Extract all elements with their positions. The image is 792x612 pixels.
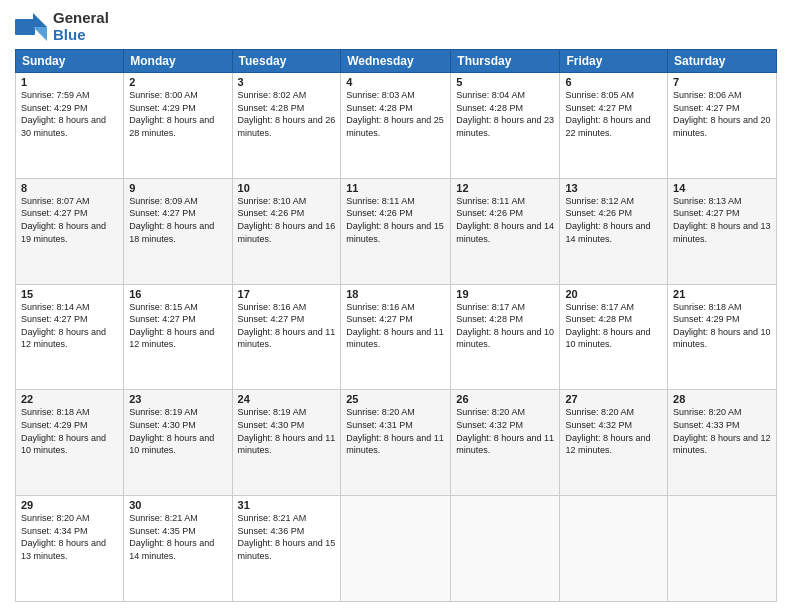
day-info: Sunrise: 8:04 AMSunset: 4:28 PMDaylight:…: [456, 89, 554, 139]
day-number: 31: [238, 499, 336, 511]
day-info: Sunrise: 8:20 AMSunset: 4:34 PMDaylight:…: [21, 512, 118, 562]
day-number: 4: [346, 76, 445, 88]
calendar-cell: 20Sunrise: 8:17 AMSunset: 4:28 PMDayligh…: [560, 284, 668, 390]
calendar-cell: 8Sunrise: 8:07 AMSunset: 4:27 PMDaylight…: [16, 178, 124, 284]
day-info: Sunrise: 8:20 AMSunset: 4:32 PMDaylight:…: [565, 406, 662, 456]
day-number: 16: [129, 288, 226, 300]
day-number: 18: [346, 288, 445, 300]
calendar-day-header: Wednesday: [341, 50, 451, 73]
calendar-week-row: 29Sunrise: 8:20 AMSunset: 4:34 PMDayligh…: [16, 496, 777, 602]
calendar-day-header: Sunday: [16, 50, 124, 73]
day-info: Sunrise: 8:21 AMSunset: 4:35 PMDaylight:…: [129, 512, 226, 562]
day-number: 5: [456, 76, 554, 88]
calendar-cell: 1Sunrise: 7:59 AMSunset: 4:29 PMDaylight…: [16, 73, 124, 179]
logo-line1: General: [53, 10, 109, 27]
calendar-cell: 14Sunrise: 8:13 AMSunset: 4:27 PMDayligh…: [668, 178, 777, 284]
day-info: Sunrise: 8:10 AMSunset: 4:26 PMDaylight:…: [238, 195, 336, 245]
day-info: Sunrise: 8:00 AMSunset: 4:29 PMDaylight:…: [129, 89, 226, 139]
day-number: 1: [21, 76, 118, 88]
day-info: Sunrise: 8:15 AMSunset: 4:27 PMDaylight:…: [129, 301, 226, 351]
day-number: 26: [456, 393, 554, 405]
day-number: 22: [21, 393, 118, 405]
logo-icon: [15, 13, 47, 41]
calendar-cell: 19Sunrise: 8:17 AMSunset: 4:28 PMDayligh…: [451, 284, 560, 390]
day-info: Sunrise: 8:16 AMSunset: 4:27 PMDaylight:…: [238, 301, 336, 351]
day-info: Sunrise: 8:09 AMSunset: 4:27 PMDaylight:…: [129, 195, 226, 245]
calendar-cell: 31Sunrise: 8:21 AMSunset: 4:36 PMDayligh…: [232, 496, 341, 602]
calendar-week-row: 15Sunrise: 8:14 AMSunset: 4:27 PMDayligh…: [16, 284, 777, 390]
day-info: Sunrise: 8:03 AMSunset: 4:28 PMDaylight:…: [346, 89, 445, 139]
day-number: 6: [565, 76, 662, 88]
day-info: Sunrise: 8:17 AMSunset: 4:28 PMDaylight:…: [456, 301, 554, 351]
calendar-cell: [451, 496, 560, 602]
day-info: Sunrise: 8:14 AMSunset: 4:27 PMDaylight:…: [21, 301, 118, 351]
calendar-cell: 26Sunrise: 8:20 AMSunset: 4:32 PMDayligh…: [451, 390, 560, 496]
day-number: 23: [129, 393, 226, 405]
day-info: Sunrise: 8:13 AMSunset: 4:27 PMDaylight:…: [673, 195, 771, 245]
day-info: Sunrise: 8:11 AMSunset: 4:26 PMDaylight:…: [346, 195, 445, 245]
calendar-week-row: 8Sunrise: 8:07 AMSunset: 4:27 PMDaylight…: [16, 178, 777, 284]
calendar-week-row: 22Sunrise: 8:18 AMSunset: 4:29 PMDayligh…: [16, 390, 777, 496]
calendar-cell: 28Sunrise: 8:20 AMSunset: 4:33 PMDayligh…: [668, 390, 777, 496]
calendar-cell: 3Sunrise: 8:02 AMSunset: 4:28 PMDaylight…: [232, 73, 341, 179]
day-info: Sunrise: 8:11 AMSunset: 4:26 PMDaylight:…: [456, 195, 554, 245]
calendar-cell: 6Sunrise: 8:05 AMSunset: 4:27 PMDaylight…: [560, 73, 668, 179]
calendar-week-row: 1Sunrise: 7:59 AMSunset: 4:29 PMDaylight…: [16, 73, 777, 179]
day-number: 10: [238, 182, 336, 194]
day-info: Sunrise: 8:21 AMSunset: 4:36 PMDaylight:…: [238, 512, 336, 562]
day-number: 3: [238, 76, 336, 88]
day-info: Sunrise: 8:05 AMSunset: 4:27 PMDaylight:…: [565, 89, 662, 139]
day-number: 27: [565, 393, 662, 405]
day-info: Sunrise: 8:19 AMSunset: 4:30 PMDaylight:…: [238, 406, 336, 456]
calendar-cell: [668, 496, 777, 602]
day-info: Sunrise: 8:07 AMSunset: 4:27 PMDaylight:…: [21, 195, 118, 245]
day-number: 12: [456, 182, 554, 194]
calendar-day-header: Saturday: [668, 50, 777, 73]
calendar-day-header: Tuesday: [232, 50, 341, 73]
day-number: 24: [238, 393, 336, 405]
calendar-day-header: Friday: [560, 50, 668, 73]
calendar-cell: [560, 496, 668, 602]
day-number: 21: [673, 288, 771, 300]
day-info: Sunrise: 8:16 AMSunset: 4:27 PMDaylight:…: [346, 301, 445, 351]
day-number: 13: [565, 182, 662, 194]
calendar-cell: 15Sunrise: 8:14 AMSunset: 4:27 PMDayligh…: [16, 284, 124, 390]
day-info: Sunrise: 8:17 AMSunset: 4:28 PMDaylight:…: [565, 301, 662, 351]
day-info: Sunrise: 8:20 AMSunset: 4:32 PMDaylight:…: [456, 406, 554, 456]
day-number: 8: [21, 182, 118, 194]
calendar-cell: 29Sunrise: 8:20 AMSunset: 4:34 PMDayligh…: [16, 496, 124, 602]
day-info: Sunrise: 8:19 AMSunset: 4:30 PMDaylight:…: [129, 406, 226, 456]
day-number: 19: [456, 288, 554, 300]
calendar-table: SundayMondayTuesdayWednesdayThursdayFrid…: [15, 49, 777, 602]
day-info: Sunrise: 8:20 AMSunset: 4:31 PMDaylight:…: [346, 406, 445, 456]
calendar-cell: 21Sunrise: 8:18 AMSunset: 4:29 PMDayligh…: [668, 284, 777, 390]
calendar-cell: 2Sunrise: 8:00 AMSunset: 4:29 PMDaylight…: [124, 73, 232, 179]
day-number: 17: [238, 288, 336, 300]
calendar-cell: 7Sunrise: 8:06 AMSunset: 4:27 PMDaylight…: [668, 73, 777, 179]
calendar-cell: 11Sunrise: 8:11 AMSunset: 4:26 PMDayligh…: [341, 178, 451, 284]
day-number: 11: [346, 182, 445, 194]
svg-rect-0: [15, 19, 35, 35]
calendar-cell: 18Sunrise: 8:16 AMSunset: 4:27 PMDayligh…: [341, 284, 451, 390]
logo: General Blue: [15, 10, 109, 43]
day-number: 2: [129, 76, 226, 88]
calendar-cell: [341, 496, 451, 602]
calendar-day-header: Thursday: [451, 50, 560, 73]
day-info: Sunrise: 8:18 AMSunset: 4:29 PMDaylight:…: [673, 301, 771, 351]
logo-line2: Blue: [53, 27, 109, 44]
svg-marker-2: [33, 27, 47, 41]
calendar-cell: 4Sunrise: 8:03 AMSunset: 4:28 PMDaylight…: [341, 73, 451, 179]
day-number: 25: [346, 393, 445, 405]
header: General Blue: [15, 10, 777, 43]
calendar-cell: 13Sunrise: 8:12 AMSunset: 4:26 PMDayligh…: [560, 178, 668, 284]
calendar-cell: 27Sunrise: 8:20 AMSunset: 4:32 PMDayligh…: [560, 390, 668, 496]
calendar-cell: 24Sunrise: 8:19 AMSunset: 4:30 PMDayligh…: [232, 390, 341, 496]
calendar-cell: 16Sunrise: 8:15 AMSunset: 4:27 PMDayligh…: [124, 284, 232, 390]
day-number: 30: [129, 499, 226, 511]
calendar-cell: 17Sunrise: 8:16 AMSunset: 4:27 PMDayligh…: [232, 284, 341, 390]
calendar-cell: 23Sunrise: 8:19 AMSunset: 4:30 PMDayligh…: [124, 390, 232, 496]
calendar-cell: 25Sunrise: 8:20 AMSunset: 4:31 PMDayligh…: [341, 390, 451, 496]
day-number: 29: [21, 499, 118, 511]
calendar-cell: 9Sunrise: 8:09 AMSunset: 4:27 PMDaylight…: [124, 178, 232, 284]
day-info: Sunrise: 8:02 AMSunset: 4:28 PMDaylight:…: [238, 89, 336, 139]
